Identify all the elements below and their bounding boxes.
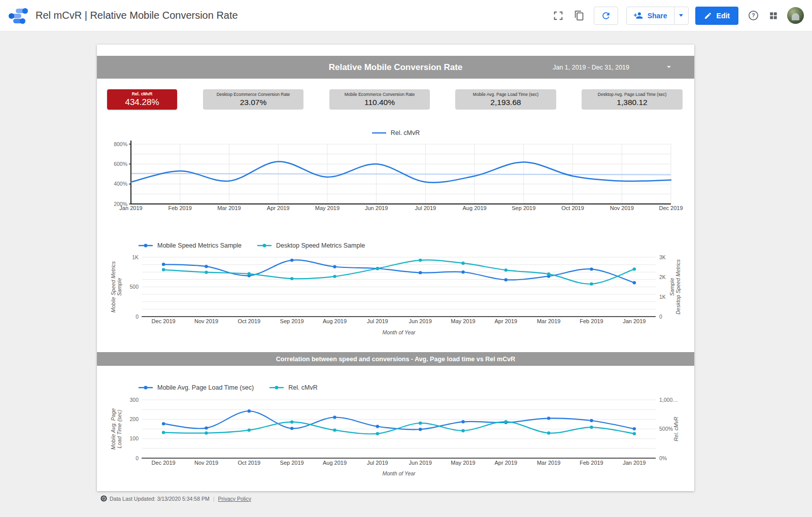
speed-metrics-line-chart[interactable]: 1K50003K2K1K0Dec 2019Nov 2019Oct 2019Sep… bbox=[107, 251, 684, 340]
svg-text:Sep 2019: Sep 2019 bbox=[280, 460, 304, 466]
chart-legend: Mobile Speed Metrics SampleDesktop Speed… bbox=[138, 242, 365, 249]
edit-button[interactable]: Edit bbox=[695, 7, 738, 25]
legend-marker-icon bbox=[257, 243, 272, 248]
legend-label: Desktop Speed Metrics Sample bbox=[276, 242, 365, 249]
svg-text:Load Time (sec): Load Time (sec) bbox=[116, 410, 122, 449]
svg-text:Oct 2019: Oct 2019 bbox=[561, 205, 584, 211]
share-dropdown-button[interactable] bbox=[674, 14, 688, 17]
correlation-line-chart[interactable]: 30020010001,000…500%0%Dec 2019Nov 2019Oc… bbox=[107, 393, 684, 482]
data-freshness-icon bbox=[100, 495, 107, 502]
svg-text:Nov 2019: Nov 2019 bbox=[610, 205, 634, 211]
svg-text:Feb 2019: Feb 2019 bbox=[580, 318, 603, 324]
scorecard-value: 434.28% bbox=[125, 97, 159, 108]
scorecard-rel-cmvr: Rel. cMvR 434.28% bbox=[107, 89, 177, 110]
scorecard-label: Desktop Ecommerce Conversion Rate bbox=[217, 92, 290, 97]
pages-copy-icon[interactable] bbox=[574, 10, 585, 21]
svg-text:0: 0 bbox=[136, 455, 139, 461]
chart-legend: Rel. cMvR bbox=[107, 129, 684, 136]
svg-text:500: 500 bbox=[129, 284, 139, 290]
legend-marker-icon bbox=[138, 243, 153, 248]
svg-text:Jan 2019: Jan 2019 bbox=[623, 318, 646, 324]
svg-text:Jul 2019: Jul 2019 bbox=[367, 460, 388, 466]
svg-text:Jul 2019: Jul 2019 bbox=[367, 318, 388, 324]
report-canvas: Relative Mobile Conversion Rate Jan 1, 2… bbox=[97, 45, 694, 491]
scorecard-mobile-load-time: Mobile Avg. Page Load Time (sec) 2,193.6… bbox=[455, 89, 556, 110]
person-add-icon bbox=[633, 11, 643, 20]
page-title: Rel mCvR | Relative Mobile Conversion Ra… bbox=[36, 10, 238, 21]
report-title-bar: Relative Mobile Conversion Rate Jan 1, 2… bbox=[97, 56, 694, 79]
svg-text:Jan 2019: Jan 2019 bbox=[623, 460, 646, 466]
scorecard-value: 2,193.68 bbox=[490, 98, 521, 107]
svg-text:Mobile Avg. Page: Mobile Avg. Page bbox=[110, 408, 116, 450]
scorecard-label: Mobile Ecommerce Conversion Rate bbox=[345, 92, 415, 97]
svg-text:400%: 400% bbox=[114, 181, 127, 187]
svg-text:500%: 500% bbox=[659, 426, 673, 432]
svg-text:Dec 2019: Dec 2019 bbox=[152, 460, 176, 466]
svg-text:Mobile Speed Metrics: Mobile Speed Metrics bbox=[110, 261, 116, 313]
legend-marker-icon bbox=[371, 130, 387, 135]
svg-text:May 2019: May 2019 bbox=[315, 205, 340, 211]
share-button[interactable]: Share bbox=[626, 7, 689, 25]
svg-text:Jul 2019: Jul 2019 bbox=[415, 205, 436, 211]
svg-text:200: 200 bbox=[129, 416, 139, 422]
svg-text:Feb 2019: Feb 2019 bbox=[580, 460, 603, 466]
svg-text:1K: 1K bbox=[132, 254, 139, 260]
svg-text:Mar 2019: Mar 2019 bbox=[217, 205, 241, 211]
chart-legend: Mobile Avg. Page Load Time (sec)Rel. cMv… bbox=[138, 384, 318, 391]
refresh-button[interactable] bbox=[594, 7, 618, 25]
apps-grid-icon[interactable] bbox=[768, 11, 779, 21]
legend-item: Rel. cMvR bbox=[371, 129, 420, 136]
svg-text:1,000…: 1,000… bbox=[659, 397, 678, 403]
svg-text:Feb 2019: Feb 2019 bbox=[168, 205, 191, 211]
section-title-bar: Correlation between speed and conversion… bbox=[97, 352, 694, 366]
svg-text:Jun 2019: Jun 2019 bbox=[365, 205, 388, 211]
svg-text:3K: 3K bbox=[659, 254, 666, 260]
legend-label: Mobile Speed Metrics Sample bbox=[157, 242, 242, 249]
edit-label: Edit bbox=[717, 12, 730, 20]
svg-text:Apr 2019: Apr 2019 bbox=[495, 318, 518, 324]
last-updated-text: Data Last Updated: 3/13/2020 5:34:58 PM bbox=[110, 496, 210, 502]
refresh-icon bbox=[601, 11, 611, 21]
svg-text:Month of Year: Month of Year bbox=[382, 470, 416, 476]
scorecard-desktop-cvr: Desktop Ecommerce Conversion Rate 23.07% bbox=[203, 89, 303, 110]
svg-text:Sep 2019: Sep 2019 bbox=[280, 318, 304, 324]
scorecard-value: 23.07% bbox=[240, 98, 267, 107]
svg-text:0: 0 bbox=[659, 314, 662, 320]
svg-text:Jan 2019: Jan 2019 bbox=[119, 205, 142, 211]
scorecard-label: Rel. cMvR bbox=[132, 91, 153, 96]
legend-marker-icon bbox=[269, 385, 284, 390]
svg-text:300: 300 bbox=[129, 397, 139, 403]
help-icon[interactable]: ? bbox=[748, 10, 759, 21]
fullscreen-icon[interactable] bbox=[553, 10, 564, 21]
svg-text:Desktop Speed Metrics: Desktop Speed Metrics bbox=[675, 259, 681, 314]
svg-text:600%: 600% bbox=[114, 161, 127, 167]
scorecard-value: 1,380.12 bbox=[617, 98, 647, 107]
date-range-chevron-down-icon[interactable] bbox=[667, 66, 671, 68]
svg-text:Jun 2019: Jun 2019 bbox=[409, 460, 432, 466]
svg-text:Dec 2019: Dec 2019 bbox=[152, 318, 176, 324]
svg-text:May 2019: May 2019 bbox=[451, 460, 475, 466]
rel-cmvr-line-chart[interactable]: 800%600%400%200%Jan 2019Feb 2019Mar 2019… bbox=[107, 139, 684, 215]
svg-text:Aug 2019: Aug 2019 bbox=[463, 205, 487, 211]
legend-label: Rel. cMvR bbox=[288, 384, 318, 391]
svg-text:800%: 800% bbox=[114, 141, 127, 147]
report-title: Relative Mobile Conversion Rate bbox=[329, 62, 463, 73]
privacy-policy-link[interactable]: Privacy Policy bbox=[218, 496, 251, 502]
svg-text:May 2019: May 2019 bbox=[451, 318, 475, 324]
svg-text:Apr 2019: Apr 2019 bbox=[267, 205, 290, 211]
legend-label: Mobile Avg. Page Load Time (sec) bbox=[157, 384, 254, 391]
svg-text:Jun 2019: Jun 2019 bbox=[409, 318, 432, 324]
svg-text:Sample: Sample bbox=[669, 278, 675, 296]
legend-item: Desktop Speed Metrics Sample bbox=[257, 242, 365, 249]
svg-text:Sep 2019: Sep 2019 bbox=[512, 205, 535, 211]
legend-item: Mobile Avg. Page Load Time (sec) bbox=[138, 384, 254, 391]
date-range-control[interactable]: Jan 1, 2019 - Dec 31, 2019 bbox=[553, 56, 629, 79]
avatar[interactable] bbox=[787, 7, 804, 24]
svg-text:0%: 0% bbox=[659, 455, 667, 461]
svg-text:1K: 1K bbox=[659, 294, 666, 300]
scorecard-desktop-load-time: Desktop Avg. Page Load Time (sec) 1,380.… bbox=[582, 89, 683, 110]
svg-text:Nov 2019: Nov 2019 bbox=[194, 460, 218, 466]
scorecard-mobile-cvr: Mobile Ecommerce Conversion Rate 110.40% bbox=[329, 89, 430, 110]
svg-text:2K: 2K bbox=[659, 274, 666, 280]
page: { "header": { "title": "Rel mCvR | Relat… bbox=[0, 0, 812, 517]
